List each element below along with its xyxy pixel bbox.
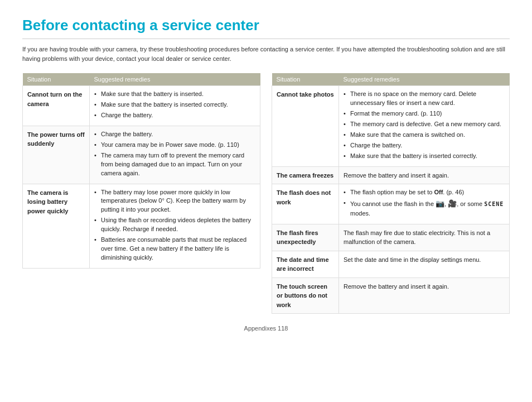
table-row: The power turns off suddenlyCharge the b… xyxy=(23,126,260,184)
right-header-situation: Situation xyxy=(272,73,339,86)
intro-text: If you are having trouble with your came… xyxy=(22,45,510,63)
situation-cell: The flash fires unexpectedly xyxy=(272,224,339,251)
table-row: The date and time are incorrectSet the d… xyxy=(272,251,510,277)
remedies-cell: Set the date and time in the display set… xyxy=(339,251,510,277)
remedies-cell: Charge the battery.Your camera may be in… xyxy=(90,126,260,184)
list-item: The battery may lose power more quickly … xyxy=(94,188,255,215)
footer-text: Appendixes 118 xyxy=(244,325,288,332)
list-item: There is no space on the memory card. De… xyxy=(344,90,505,108)
list-item: Charge the battery. xyxy=(94,130,255,139)
list-item: The flash option may be set to Off. (p. … xyxy=(344,188,505,197)
remedies-cell: Make sure that the battery is inserted.M… xyxy=(90,86,260,126)
list-item: Batteries are consumable parts that must… xyxy=(94,236,255,262)
table-row: The camera freezesRemove the battery and… xyxy=(272,166,510,184)
left-table: Situation Suggested remedies Cannot turn… xyxy=(22,73,260,269)
table-row: Cannot take photosThere is no space on t… xyxy=(272,86,510,167)
list-item: Using the flash or recording videos depl… xyxy=(94,216,255,234)
remedies-cell: The flash option may be set to Off. (p. … xyxy=(339,184,510,224)
table-row: The camera is losing battery power quick… xyxy=(23,184,260,269)
left-header-situation: Situation xyxy=(23,73,90,86)
left-header-remedies: Suggested remedies xyxy=(90,73,260,86)
list-item: Your camera may be in Power save mode. (… xyxy=(94,141,255,150)
remedies-cell: The flash may fire due to static electri… xyxy=(339,224,510,251)
remedies-cell: Remove the battery and insert it again. xyxy=(339,277,510,314)
remedies-cell: The battery may lose power more quickly … xyxy=(90,184,260,269)
list-item: Make sure that the battery is inserted c… xyxy=(94,100,255,109)
right-header-remedies: Suggested remedies xyxy=(339,73,510,86)
list-item: You cannot use the flash in the 📷, 🎥, or… xyxy=(344,199,505,218)
list-item: The memory card is defective. Get a new … xyxy=(344,120,505,129)
remedies-cell: There is no space on the memory card. De… xyxy=(339,86,510,167)
situation-cell: Cannot take photos xyxy=(272,86,339,167)
remedies-cell: Remove the battery and insert it again. xyxy=(339,166,510,184)
situation-cell: The flash does not work xyxy=(272,184,339,224)
list-item: Charge the battery. xyxy=(94,111,255,120)
list-item: Make sure that the battery is inserted. xyxy=(94,90,255,99)
situation-cell: The power turns off suddenly xyxy=(23,126,90,184)
situation-cell: Cannot turn on the camera xyxy=(23,86,90,126)
left-table-wrap: Situation Suggested remedies Cannot turn… xyxy=(22,73,260,269)
table-row: Cannot turn on the cameraMake sure that … xyxy=(23,86,260,126)
right-table-wrap: Situation Suggested remedies Cannot take… xyxy=(272,73,510,314)
tables-container: Situation Suggested remedies Cannot turn… xyxy=(22,73,510,314)
table-row: The touch screen or buttons do not workR… xyxy=(272,277,510,314)
situation-cell: The touch screen or buttons do not work xyxy=(272,277,339,314)
list-item: Charge the battery. xyxy=(344,141,505,150)
list-item: Format the memory card. (p. 110) xyxy=(344,109,505,118)
page-title: Before contacting a service center xyxy=(22,17,510,39)
footer: Appendixes 118 xyxy=(22,325,510,332)
situation-cell: The camera is losing battery power quick… xyxy=(23,184,90,269)
situation-cell: The camera freezes xyxy=(272,166,339,184)
right-table: Situation Suggested remedies Cannot take… xyxy=(272,73,510,314)
situation-cell: The date and time are incorrect xyxy=(272,251,339,277)
table-row: The flash does not workThe flash option … xyxy=(272,184,510,224)
list-item: The camera may turn off to prevent the m… xyxy=(94,151,255,178)
list-item: Make sure that the camera is switched on… xyxy=(344,131,505,140)
list-item: Make sure that the battery is inserted c… xyxy=(344,152,505,161)
table-row: The flash fires unexpectedlyThe flash ma… xyxy=(272,224,510,251)
